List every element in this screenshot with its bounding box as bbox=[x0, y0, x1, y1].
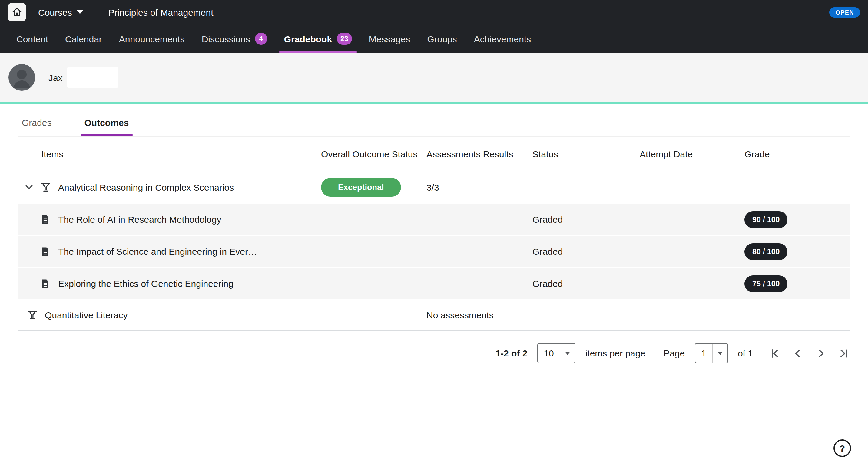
home-icon bbox=[11, 6, 23, 18]
outcome-row: Quantitative Literacy No assessments bbox=[18, 299, 850, 331]
first-page-button[interactable] bbox=[769, 347, 781, 359]
nav-label: Groups bbox=[427, 34, 457, 44]
outcome-title[interactable]: Analytical Reasoning in Complex Scenario… bbox=[58, 182, 234, 192]
accent-divider bbox=[0, 102, 868, 104]
avatar bbox=[8, 64, 35, 91]
col-attempt-date: Attempt Date bbox=[640, 148, 744, 159]
col-grade: Grade bbox=[744, 148, 850, 159]
chevron-down-icon bbox=[77, 10, 83, 14]
tab-outcomes[interactable]: Outcomes bbox=[81, 114, 132, 136]
page-total-label: of 1 bbox=[738, 348, 753, 358]
grade-badge: 90 / 100 bbox=[744, 211, 787, 228]
nav-label: Discussions bbox=[202, 34, 250, 44]
last-page-button[interactable] bbox=[838, 347, 850, 359]
assessment-row: Exploring the Ethics of Genetic Engineer… bbox=[18, 267, 850, 299]
grade-badge: 80 / 100 bbox=[744, 243, 787, 260]
assessment-status: Graded bbox=[532, 246, 640, 257]
chevron-left-icon bbox=[792, 347, 804, 359]
outcome-trophy-icon bbox=[40, 181, 52, 193]
nav-item-calendar[interactable]: Calendar bbox=[57, 24, 111, 53]
assessments-results-value: 3/3 bbox=[427, 182, 532, 192]
gradebook-content: Grades Outcomes Items Overall Outcome St… bbox=[0, 104, 868, 363]
person-icon bbox=[8, 64, 35, 91]
top-bar: Courses Principles of Management OPEN bbox=[0, 0, 868, 24]
discussions-count-badge: 4 bbox=[255, 33, 267, 45]
chevron-down-icon bbox=[565, 351, 570, 355]
home-button[interactable] bbox=[8, 3, 26, 21]
page-label: Page bbox=[663, 348, 685, 358]
open-status-badge: OPEN bbox=[830, 7, 861, 17]
assessments-results-value: No assessments bbox=[427, 309, 532, 320]
nav-label: Calendar bbox=[65, 34, 102, 44]
col-overall-outcome-status: Overall Outcome Status bbox=[321, 148, 427, 159]
student-name: Jax bbox=[49, 72, 63, 82]
previous-page-button[interactable] bbox=[792, 347, 804, 359]
tab-grades[interactable]: Grades bbox=[18, 114, 55, 136]
redacted-name bbox=[67, 67, 118, 88]
nav-item-gradebook[interactable]: Gradebook 23 bbox=[276, 24, 361, 53]
pagination-bar: 1-2 of 2 10 items per page Page 1 of 1 bbox=[18, 331, 850, 363]
chevron-right-icon bbox=[815, 347, 827, 359]
document-icon bbox=[40, 246, 52, 257]
nav-label: Content bbox=[17, 34, 48, 44]
page: Courses Principles of Management OPEN Co… bbox=[0, 0, 868, 463]
outcome-title[interactable]: Quantitative Literacy bbox=[45, 309, 128, 320]
next-page-button[interactable] bbox=[815, 347, 827, 359]
nav-item-discussions[interactable]: Discussions 4 bbox=[193, 24, 276, 53]
course-title: Principles of Management bbox=[108, 7, 214, 17]
col-status: Status bbox=[532, 148, 640, 159]
col-items: Items bbox=[18, 148, 321, 159]
skip-to-end-icon bbox=[838, 347, 850, 359]
outcomes-table-header: Items Overall Outcome Status Assessments… bbox=[18, 137, 850, 171]
course-nav: Content Calendar Announcements Discussio… bbox=[0, 24, 868, 53]
assessment-title[interactable]: Exploring the Ethics of Genetic Engineer… bbox=[58, 278, 234, 289]
courses-label: Courses bbox=[38, 7, 72, 17]
assessment-title[interactable]: The Role of AI in Research Methodology bbox=[58, 214, 221, 225]
assessment-row: The Impact of Science and Engineering in… bbox=[18, 235, 850, 267]
nav-item-messages[interactable]: Messages bbox=[361, 24, 419, 53]
courses-dropdown[interactable]: Courses bbox=[38, 7, 83, 17]
assessment-title[interactable]: The Impact of Science and Engineering in… bbox=[58, 246, 257, 257]
help-button[interactable]: ? bbox=[834, 439, 851, 457]
nav-item-groups[interactable]: Groups bbox=[418, 24, 465, 53]
nav-label: Achievements bbox=[474, 34, 531, 44]
nav-label: Messages bbox=[369, 34, 410, 44]
nav-item-achievements[interactable]: Achievements bbox=[465, 24, 539, 53]
document-icon bbox=[40, 278, 52, 289]
grade-badge: 75 / 100 bbox=[744, 275, 787, 292]
outcome-row: Analytical Reasoning in Complex Scenario… bbox=[18, 171, 850, 203]
document-icon bbox=[40, 213, 52, 225]
nav-label: Announcements bbox=[119, 34, 185, 44]
collapse-chevron-icon[interactable] bbox=[18, 181, 40, 193]
per-page-select[interactable]: 10 bbox=[537, 343, 576, 363]
assessment-status: Graded bbox=[532, 278, 640, 289]
per-page-value: 10 bbox=[537, 348, 560, 358]
pagination-range: 1-2 of 2 bbox=[495, 348, 527, 358]
outcome-trophy-icon bbox=[27, 309, 38, 321]
status-badge: Exceptional bbox=[321, 178, 401, 196]
per-page-label: items per page bbox=[585, 348, 645, 358]
nav-item-announcements[interactable]: Announcements bbox=[111, 24, 193, 53]
chevron-down-icon bbox=[718, 351, 723, 355]
student-header: Jax bbox=[0, 53, 868, 102]
page-number-value: 1 bbox=[695, 348, 712, 358]
page-number-select[interactable]: 1 bbox=[694, 343, 728, 363]
question-mark-icon: ? bbox=[840, 443, 845, 453]
gradebook-count-badge: 23 bbox=[337, 33, 352, 45]
nav-item-content[interactable]: Content bbox=[8, 24, 57, 53]
assessment-row: The Role of AI in Research Methodology G… bbox=[18, 203, 850, 235]
nav-label: Gradebook bbox=[284, 34, 332, 44]
col-assessments-results: Assessments Results bbox=[427, 148, 532, 159]
skip-to-start-icon bbox=[769, 347, 781, 359]
assessment-status: Graded bbox=[532, 214, 640, 225]
gradebook-tabs: Grades Outcomes bbox=[18, 104, 850, 137]
